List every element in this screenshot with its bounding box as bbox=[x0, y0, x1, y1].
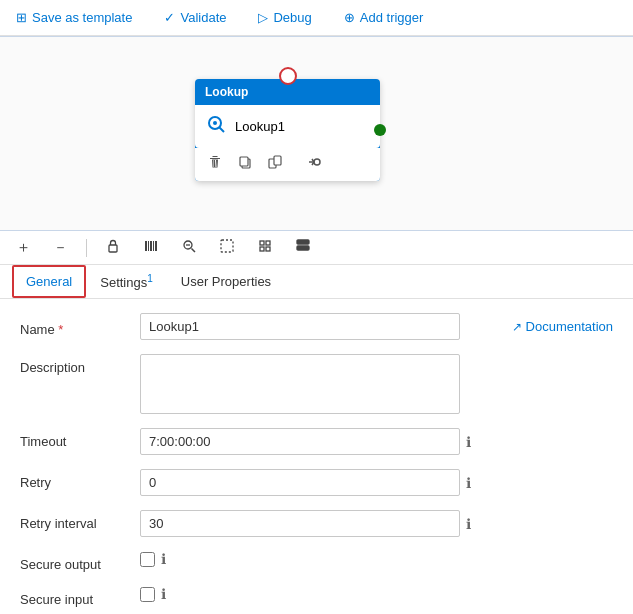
timeout-label: Timeout bbox=[20, 428, 140, 449]
retry-label: Retry bbox=[20, 469, 140, 490]
zoom-in-button[interactable]: ＋ bbox=[12, 236, 35, 259]
zoom-out-button[interactable]: － bbox=[49, 236, 72, 259]
node-status-dot bbox=[374, 124, 386, 136]
tab-general-label: General bbox=[26, 274, 72, 289]
debug-label: Debug bbox=[273, 10, 311, 25]
debug-icon: ▷ bbox=[258, 10, 268, 25]
lookup-node[interactable]: Lookup Lookup1 bbox=[195, 79, 380, 181]
select-button[interactable] bbox=[215, 236, 239, 259]
resize-button[interactable] bbox=[253, 236, 277, 259]
secure-input-info-icon[interactable]: ℹ bbox=[161, 586, 166, 602]
layers-button[interactable] bbox=[291, 236, 315, 259]
svg-rect-9 bbox=[109, 245, 117, 252]
add-trigger-icon: ⊕ bbox=[344, 10, 355, 25]
barcode-button[interactable] bbox=[139, 236, 163, 259]
add-trigger-button[interactable]: ⊕ Add trigger bbox=[338, 6, 430, 29]
debug-button[interactable]: ▷ Debug bbox=[252, 6, 317, 29]
svg-rect-19 bbox=[260, 241, 264, 245]
external-link-icon: ↗ bbox=[512, 320, 522, 334]
svg-line-1 bbox=[220, 128, 225, 133]
timeout-row: Timeout ℹ bbox=[20, 428, 613, 455]
node-actions bbox=[195, 148, 380, 181]
node-error-indicator bbox=[279, 67, 297, 85]
node-title: Lookup1 bbox=[235, 119, 285, 134]
retry-interval-info-icon[interactable]: ℹ bbox=[466, 516, 471, 532]
retry-interval-label: Retry interval bbox=[20, 510, 140, 531]
svg-rect-12 bbox=[150, 241, 152, 251]
documentation-link[interactable]: ↗ Documentation bbox=[496, 319, 613, 334]
retry-interval-input-wrap: ℹ bbox=[140, 510, 613, 537]
secure-output-input-wrap: ℹ bbox=[140, 551, 613, 567]
svg-rect-22 bbox=[266, 247, 270, 251]
node-connect-button[interactable] bbox=[301, 152, 325, 175]
tab-settings[interactable]: Settings1 bbox=[86, 265, 167, 298]
description-row: Description bbox=[20, 354, 613, 414]
svg-rect-18 bbox=[221, 240, 233, 252]
secure-input-label: Secure input bbox=[20, 586, 140, 607]
svg-rect-10 bbox=[145, 241, 147, 251]
tab-settings-label: Settings bbox=[100, 275, 147, 290]
fit-zoom-button[interactable] bbox=[177, 236, 201, 259]
retry-info-icon[interactable]: ℹ bbox=[466, 475, 471, 491]
svg-rect-14 bbox=[155, 241, 157, 251]
save-template-icon: ⊞ bbox=[16, 10, 27, 25]
validate-icon: ✓ bbox=[164, 10, 175, 25]
svg-rect-24 bbox=[297, 246, 309, 250]
retry-interval-row: Retry interval ℹ bbox=[20, 510, 613, 537]
svg-point-2 bbox=[213, 121, 217, 125]
svg-rect-21 bbox=[260, 247, 264, 251]
svg-rect-4 bbox=[240, 157, 248, 166]
svg-rect-23 bbox=[297, 240, 309, 244]
timeout-info-icon[interactable]: ℹ bbox=[466, 434, 471, 450]
secure-input-row: Secure input ℹ bbox=[20, 586, 613, 607]
svg-rect-13 bbox=[153, 241, 154, 251]
canvas-tools: ＋ － bbox=[0, 231, 633, 265]
tab-settings-badge: 1 bbox=[147, 273, 153, 284]
secure-input-checkbox[interactable] bbox=[140, 587, 155, 602]
node-delete-button[interactable] bbox=[203, 152, 227, 175]
properties-panel: Name * ↗ Documentation Description Timeo… bbox=[0, 299, 633, 614]
lock-button[interactable] bbox=[101, 236, 125, 259]
node-copy-button[interactable] bbox=[233, 152, 257, 175]
svg-rect-6 bbox=[274, 156, 281, 165]
add-trigger-label: Add trigger bbox=[360, 10, 424, 25]
description-label: Description bbox=[20, 354, 140, 375]
required-indicator: * bbox=[58, 322, 63, 337]
retry-row: Retry ℹ bbox=[20, 469, 613, 496]
description-input[interactable] bbox=[140, 354, 460, 414]
tab-user-properties[interactable]: User Properties bbox=[167, 265, 285, 298]
secure-output-label: Secure output bbox=[20, 551, 140, 572]
node-body: Lookup1 bbox=[195, 105, 380, 148]
name-input-wrap bbox=[140, 313, 496, 340]
save-template-button[interactable]: ⊞ Save as template bbox=[10, 6, 138, 29]
documentation-label: Documentation bbox=[526, 319, 613, 334]
svg-line-16 bbox=[192, 249, 196, 253]
secure-input-input-wrap: ℹ bbox=[140, 586, 613, 602]
tool-divider-1 bbox=[86, 239, 87, 257]
secure-output-info-icon[interactable]: ℹ bbox=[161, 551, 166, 567]
save-template-label: Save as template bbox=[32, 10, 132, 25]
node-lookup-icon bbox=[205, 113, 227, 140]
name-input[interactable] bbox=[140, 313, 460, 340]
retry-interval-input[interactable] bbox=[140, 510, 460, 537]
svg-rect-20 bbox=[266, 241, 270, 245]
timeout-input-wrap: ℹ bbox=[140, 428, 613, 455]
validate-button[interactable]: ✓ Validate bbox=[158, 6, 232, 29]
retry-input-wrap: ℹ bbox=[140, 469, 613, 496]
timeout-input[interactable] bbox=[140, 428, 460, 455]
main-toolbar: ⊞ Save as template ✓ Validate ▷ Debug ⊕ … bbox=[0, 0, 633, 36]
retry-input[interactable] bbox=[140, 469, 460, 496]
node-card: Lookup Lookup1 bbox=[195, 79, 380, 181]
tab-user-properties-label: User Properties bbox=[181, 274, 271, 289]
secure-output-row: Secure output ℹ bbox=[20, 551, 613, 572]
name-label: Name * bbox=[20, 316, 140, 337]
description-input-wrap bbox=[140, 354, 613, 414]
name-row: Name * ↗ Documentation bbox=[20, 313, 613, 340]
canvas[interactable]: Lookup Lookup1 bbox=[0, 36, 633, 231]
svg-rect-11 bbox=[148, 241, 149, 251]
validate-label: Validate bbox=[180, 10, 226, 25]
secure-output-checkbox[interactable] bbox=[140, 552, 155, 567]
node-duplicate-button[interactable] bbox=[263, 152, 287, 175]
tabs-bar: General Settings1 User Properties bbox=[0, 265, 633, 299]
tab-general[interactable]: General bbox=[12, 265, 86, 298]
